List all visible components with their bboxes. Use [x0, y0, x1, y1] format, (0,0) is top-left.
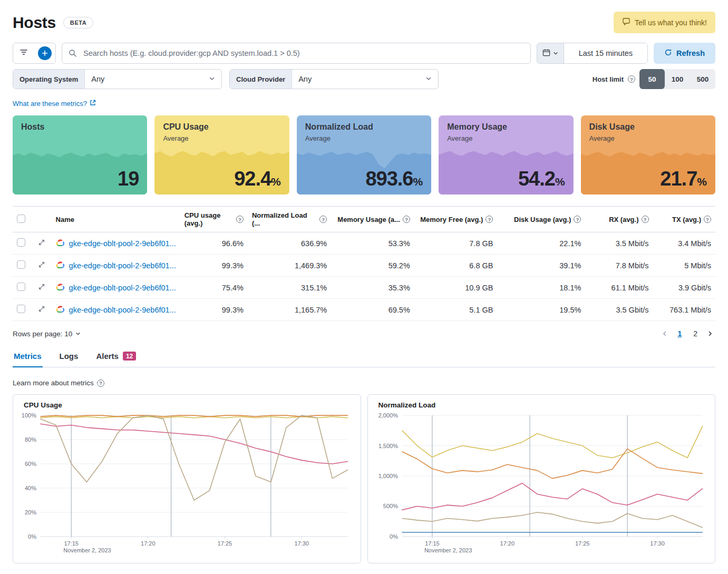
page-1-button[interactable]: 1	[673, 327, 686, 340]
cloud-provider-select[interactable]: Cloud Provider Any	[229, 69, 439, 89]
tab-alerts[interactable]: Alerts 12	[95, 347, 137, 367]
add-filter-button[interactable]	[34, 43, 55, 63]
tab-metrics[interactable]: Metrics	[13, 347, 43, 367]
metric-charts: CPU Usage 0%20%40%60%80%100%17:15Novembe…	[13, 394, 715, 563]
column-header-tx[interactable]: TX (avg.)	[672, 216, 701, 223]
time-range-button[interactable]: Last 15 minutes	[564, 43, 647, 63]
operating-system-value: Any	[91, 75, 104, 83]
what-are-these-metrics-link[interactable]: What are these metrics?	[13, 100, 96, 108]
svg-text:17:20: 17:20	[141, 540, 156, 547]
info-icon: ?	[486, 216, 493, 223]
date-quick-select-button[interactable]	[537, 43, 564, 63]
expand-icon[interactable]	[38, 306, 45, 314]
info-icon: ?	[574, 216, 581, 223]
calendar-icon	[542, 48, 550, 59]
svg-text:100%: 100%	[22, 412, 36, 419]
svg-text:17:15: 17:15	[64, 540, 79, 547]
svg-text:0%: 0%	[390, 533, 398, 540]
kpi-hosts[interactable]: Hosts 19	[13, 115, 147, 194]
info-icon: ?	[403, 216, 410, 223]
host-name-link[interactable]: gke-edge-oblt-pool-2-9eb6f01...	[69, 239, 176, 248]
svg-text:17:30: 17:30	[294, 540, 308, 547]
column-header-rx[interactable]: RX (avg.)	[609, 216, 638, 223]
host-name-link[interactable]: gke-edge-oblt-pool-2-9eb6f01...	[69, 261, 176, 270]
select-all-checkbox[interactable]	[17, 215, 25, 223]
row-checkbox[interactable]	[17, 238, 25, 247]
normalized-load-cell: 315.1%	[248, 277, 331, 299]
expand-icon[interactable]	[38, 284, 45, 292]
host-limit-100-button[interactable]: 100	[665, 69, 690, 89]
cpu-usage-chart: 0%20%40%60%80%100%17:15November 2, 20231…	[20, 410, 354, 559]
search-box	[62, 43, 531, 64]
page-2-button[interactable]: 2	[689, 327, 702, 340]
filter-button[interactable]	[13, 43, 34, 63]
table-row: gke-edge-oblt-pool-2-9eb6f01... 75.4% 31…	[13, 277, 715, 299]
disk-usage-cell: 22.1%	[497, 232, 585, 255]
tx-cell: 3.4 Mbit/s	[653, 232, 716, 255]
rx-cell: 7.8 Mbit/s	[585, 255, 653, 277]
rx-cell: 61.1 Mbit/s	[585, 277, 653, 299]
memory-usage-cell: 69.5%	[331, 299, 414, 321]
column-header-memory-usage[interactable]: Memory Usage (a...	[337, 216, 400, 223]
next-page-button[interactable]	[705, 328, 715, 339]
tx-cell: 763.1 Mbit/s	[653, 299, 716, 321]
expand-icon[interactable]	[38, 261, 45, 270]
plus-icon	[38, 46, 52, 60]
table-row: gke-edge-oblt-pool-2-9eb6f01... 96.6% 63…	[13, 232, 715, 255]
previous-page-button[interactable]	[659, 328, 670, 339]
kpi-disk-usage[interactable]: Disk Usage Average 21.7%	[581, 115, 715, 194]
column-header-cpu[interactable]: CPU usage (avg.)	[185, 211, 234, 227]
feedback-button[interactable]: Tell us what you think!	[614, 12, 715, 33]
tx-cell: 3.9 Gbit/s	[653, 277, 716, 299]
host-limit-500-button[interactable]: 500	[690, 69, 715, 89]
column-header-normalized-load[interactable]: Normalized Load (...	[252, 211, 317, 227]
kpi-tiles: Hosts 19 CPU Usage Average 92.4% Normali…	[13, 115, 715, 194]
normalized-load-cell: 1,165.7%	[248, 299, 331, 321]
kpi-cpu-usage[interactable]: CPU Usage Average 92.4%	[154, 115, 289, 194]
row-checkbox[interactable]	[17, 283, 25, 291]
rows-per-page-button[interactable]: Rows per page: 10	[13, 330, 81, 338]
operating-system-label: Operating System	[13, 70, 85, 89]
svg-text:80%: 80%	[25, 436, 36, 443]
memory-usage-cell: 59.2%	[331, 255, 414, 277]
refresh-button[interactable]: Refresh	[654, 43, 715, 64]
table-row: gke-edge-oblt-pool-2-9eb6f01... 99.3% 1,…	[13, 299, 715, 321]
table-footer: Rows per page: 10 1 2	[13, 327, 715, 340]
column-header-name[interactable]: Name	[56, 216, 74, 223]
row-checkbox[interactable]	[17, 305, 25, 313]
cpu-cell: 99.3%	[180, 255, 248, 277]
kpi-memory-usage[interactable]: Memory Usage Average 54.2%	[439, 115, 573, 194]
host-limit-50-button[interactable]: 50	[639, 69, 665, 89]
beta-badge: BETA	[63, 17, 94, 28]
svg-text:2,000%: 2,000%	[378, 412, 397, 419]
host-name-link[interactable]: gke-edge-oblt-pool-2-9eb6f01...	[69, 284, 176, 292]
tab-logs[interactable]: Logs	[59, 347, 80, 367]
search-input[interactable]	[62, 43, 531, 64]
cpu-usage-chart-panel[interactable]: CPU Usage 0%20%40%60%80%100%17:15Novembe…	[13, 394, 361, 563]
learn-more-link[interactable]: Learn more about metrics	[13, 379, 94, 387]
kpi-normalized-load[interactable]: Normalized Load Average 893.6%	[297, 115, 431, 194]
cloud-provider-value: Any	[298, 75, 312, 83]
search-icon	[69, 49, 77, 60]
cpu-cell: 75.4%	[180, 277, 248, 299]
svg-text:17:15: 17:15	[425, 540, 440, 547]
gcp-icon	[56, 261, 65, 270]
cpu-cell: 99.3%	[180, 299, 248, 321]
memory-usage-cell: 35.3%	[331, 277, 414, 299]
column-header-disk-usage[interactable]: Disk Usage (avg.)	[514, 216, 571, 223]
info-icon: ?	[704, 216, 711, 223]
normalized-load-chart: 0%500%1,000%1,500%2,000%17:15November 2,…	[374, 410, 709, 559]
column-header-memory-free[interactable]: Memory Free (avg.)	[420, 216, 483, 223]
memory-free-cell: 5.1 GB	[414, 299, 498, 321]
row-checkbox[interactable]	[17, 260, 25, 269]
rx-cell: 3.5 Gbit/s	[585, 299, 653, 321]
chart-title: Normalized Load	[374, 401, 709, 409]
hosts-page: Hosts BETA Tell us what you think!	[0, 0, 728, 567]
expand-icon[interactable]	[38, 239, 45, 248]
info-icon: ?	[236, 216, 244, 223]
operating-system-select[interactable]: Operating System Any	[13, 69, 222, 89]
cpu-cell: 96.6%	[180, 232, 248, 255]
svg-text:0%: 0%	[28, 533, 36, 540]
normalized-load-chart-panel[interactable]: Normalized Load 0%500%1,000%1,500%2,000%…	[367, 394, 716, 563]
host-name-link[interactable]: gke-edge-oblt-pool-2-9eb6f01...	[69, 306, 176, 314]
